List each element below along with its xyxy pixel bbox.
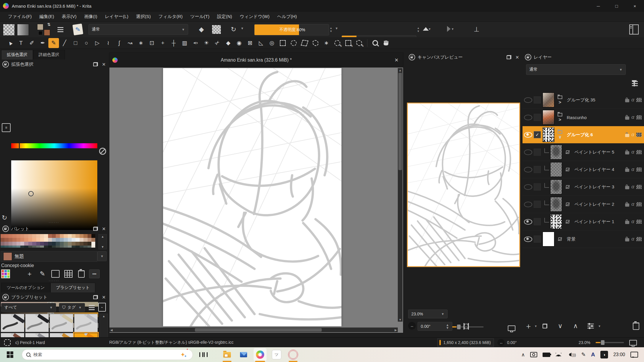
subwindow-titlebar[interactable]: Amano Enki san.kra (323.6 MiB) * × [109,53,403,68]
gradient-tool[interactable]: ▥ [179,38,190,48]
workspace-chooser-button[interactable] [627,24,640,35]
layer-lock-icon[interactable] [625,116,629,120]
media-app-button[interactable] [287,348,300,361]
palette-swatch[interactable] [64,246,68,248]
foreground-color-swatch[interactable] [37,24,43,30]
selection-status-icon[interactable] [4,339,11,346]
tab-specific-color-selector[interactable]: 詳細色選択 [33,50,65,60]
scroll-up-icon[interactable]: ▲ [101,235,104,238]
expander-chevron-icon[interactable]: > [559,100,561,104]
layer-checkbox[interactable]: ✓ [534,131,541,138]
background-color-swatch[interactable] [44,29,50,36]
lock-icon[interactable] [2,294,9,300]
layer-row[interactable]: ペイントレイヤー 4α [523,161,644,178]
palette-swatch[interactable] [80,238,83,242]
palette-swatch[interactable] [68,246,72,248]
brush-preset-2[interactable] [25,314,49,332]
palette-swatch[interactable] [44,234,48,238]
palette-swatch[interactable] [88,234,91,238]
palette-swatch[interactable] [40,246,44,248]
palette-swatch[interactable] [9,246,12,248]
select-shapes-tool[interactable]: ▲ [5,38,15,48]
opacity-dropdown-caret[interactable]: ▼ [335,27,338,30]
palette-swatch[interactable] [4,246,8,248]
inherit-alpha-icon[interactable] [636,185,642,189]
freehand-select-tool[interactable] [310,38,321,48]
add-layer-caret[interactable]: ▼ [534,325,537,328]
multibrush-tool[interactable]: ∗ [136,38,146,48]
palette-swatch[interactable] [88,246,91,248]
polyline-tool[interactable]: ≀ [103,38,114,48]
scroll-left-icon[interactable]: ◀ [109,328,114,332]
palette-swatch[interactable] [88,238,91,242]
menu-item[interactable]: 編集(E) [36,13,58,21]
palette-swatch[interactable] [56,242,60,246]
inherit-alpha-icon[interactable] [636,133,642,137]
clock[interactable]: 23:00 [613,352,625,357]
layer-thumbnail[interactable] [543,232,554,246]
taskbar-search[interactable]: 検索 ✦✦✦ [22,349,193,360]
menu-item[interactable]: ファイル(F) [4,13,36,21]
rectangle-tool[interactable]: □ [70,38,81,48]
brush-filter-dropdown[interactable]: すべて▼ [1,303,56,312]
layer-checkbox[interactable] [534,166,541,173]
crop-tool[interactable]: ┼ [168,38,179,48]
palette-swatch[interactable] [56,238,60,242]
mirror-view-icon[interactable] [464,323,469,330]
close-icon[interactable]: × [515,55,519,59]
palette-swatch[interactable] [75,242,79,246]
alpha-lock-icon[interactable]: α [631,184,634,190]
color-sampler-tool[interactable]: ✑ [190,38,201,48]
add-swatch-button[interactable]: ＋ [23,269,36,278]
close-icon[interactable]: × [395,56,398,64]
choose-palette-icon[interactable] [1,269,10,278]
palette-swatch[interactable] [60,234,64,238]
palette-swatch[interactable] [72,234,75,238]
move-tool[interactable]: + [157,38,168,48]
alpha-lock-icon[interactable]: α [631,219,634,225]
import-resource-button[interactable]: ⌁ [97,302,107,312]
palette-swatch[interactable] [24,246,28,248]
dynamic-brush-tool[interactable]: ↝ [125,38,135,48]
palette-swatch[interactable] [52,242,56,246]
close-icon[interactable]: × [102,62,106,66]
brush-list-view-button[interactable] [87,303,96,312]
palette-swatch[interactable] [48,246,52,248]
size-spinner[interactable]: ▲▼ [417,24,420,35]
tab-brush-presets[interactable]: ブラシプリセット [50,283,96,292]
more-options-button[interactable]: ••• [89,269,100,278]
alpha-lock-icon[interactable]: α [631,114,634,120]
layer-row[interactable]: ✓∨グループ化 6α [523,126,644,144]
alpha-lock-icon[interactable]: α [631,201,634,207]
scroll-down-icon[interactable]: ▼ [398,317,402,322]
palette-swatch[interactable] [1,234,4,238]
menu-item[interactable]: ツール(T) [186,13,213,21]
layer-row[interactable]: ペイントレイヤー 5α [523,144,644,161]
canvas[interactable] [163,68,341,326]
brush-preset-1[interactable] [1,314,24,332]
layer-row[interactable]: >Rascunhoα [523,109,644,126]
palette-swatch[interactable] [91,242,95,246]
zoom-tool[interactable] [370,38,380,48]
palette-swatch[interactable] [60,246,64,248]
float-docker-icon[interactable] [93,227,98,231]
layer-visibility-eye-icon[interactable] [524,97,532,103]
palette-scrollbar[interactable]: ▲▼ [98,234,107,249]
palette-swatch[interactable] [32,234,36,238]
palette-swatch[interactable] [52,246,56,248]
lock-icon[interactable] [2,61,9,68]
rect-select-tool[interactable] [277,38,288,48]
battery-icon[interactable] [543,353,550,357]
image-dimensions[interactable]: 1,650 x 2,400 (323.6 MiB) [437,338,494,347]
expander-chevron-icon[interactable]: > [559,118,561,122]
palette-swatch[interactable] [28,234,32,238]
canvas-preview-thumbnail[interactable] [407,103,520,267]
add-layer-button[interactable]: ＋ [523,321,534,331]
close-icon[interactable]: × [102,295,106,299]
inherit-alpha-icon[interactable] [636,202,642,206]
layer-checkbox[interactable] [534,201,541,208]
inherit-alpha-icon[interactable] [636,115,642,119]
menu-item[interactable]: 選択(S) [132,13,155,21]
smart-patch-tool[interactable]: ✂ [212,38,223,48]
palette-swatch[interactable] [68,234,72,238]
